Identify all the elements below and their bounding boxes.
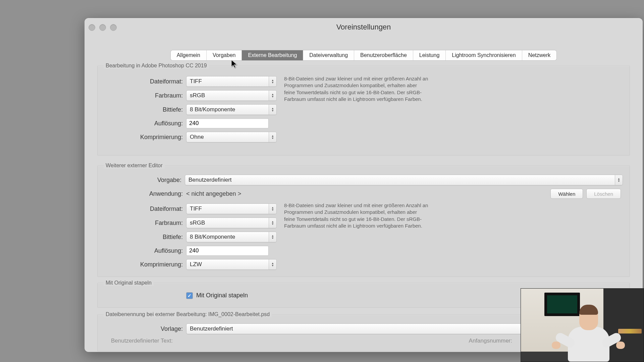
tab-bar: AllgemeinVorgabenExterne BearbeitungDate… [85,50,643,60]
resolution-label: Auflösung: [104,247,186,254]
compression-select[interactable]: Ohne▲▼ [186,132,277,142]
section-legend: Bearbeitung in Adobe Photoshop CC 2019 [104,63,209,69]
fileformat-label: Dateiformat: [104,78,186,85]
tab-vorgaben[interactable]: Vorgaben [207,50,242,60]
resolution-input[interactable] [186,246,269,256]
application-label: Anwendung: [104,190,186,197]
bitdepth-select[interactable]: 8 Bit/Komponente▲▼ [186,104,277,115]
tab-allgemein[interactable]: Allgemein [171,50,207,60]
tab-benutzeroberfläche[interactable]: Benutzeroberfläche [354,50,413,60]
template-label: Vorlage: [104,325,186,333]
custom-text-label: Benutzerdefinierter Text: [111,338,173,344]
help-text: 8-Bit-Dateien sind zwar kleiner und mit … [284,75,428,103]
tab-netzwerk[interactable]: Netzwerk [522,50,557,60]
compression-label: Komprimierung: [104,134,186,141]
choose-button[interactable]: Wählen [550,189,583,199]
fileformat-select[interactable]: TIFF▲▼ [186,76,277,87]
resolution-input[interactable] [186,118,269,128]
updown-icon: ▲▼ [269,218,276,228]
start-number-label: Anfangsnummer: [469,338,512,344]
preset-select[interactable]: Benutzerdefiniert▲▼ [185,175,623,185]
section-external-editor: Weiterer externer Editor Vorgabe: Benutz… [97,166,630,277]
tab-externe-bearbeitung[interactable]: Externe Bearbeitung [242,50,303,60]
section-legend: Weiterer externer Editor [104,163,165,169]
updown-icon: ▲▼ [269,132,276,142]
bitdepth-label: Bittiefe: [104,234,186,241]
updown-icon: ▲▼ [269,232,276,242]
fileformat-label: Dateiformat: [104,205,186,213]
section-legend: Mit Original stapeln [104,280,154,286]
titlebar: Voreinstellungen [85,18,643,39]
bitdepth-label: Bittiefe: [104,106,186,113]
resolution-label: Auflösung: [104,120,186,127]
fileformat-select[interactable]: TIFF▲▼ [186,203,277,214]
compression-select[interactable]: LZW▲▼ [186,259,277,270]
stack-checkbox-label: Mit Original stapeln [196,292,248,299]
updown-icon: ▲▼ [269,105,276,115]
stack-checkbox[interactable]: ✓ [186,292,193,299]
application-value: < nicht angegeben > [186,190,241,197]
updown-icon: ▲▼ [615,175,623,185]
bitdepth-select[interactable]: 8 Bit/Komponente▲▼ [186,232,277,242]
colorspace-select[interactable]: sRGB▲▼ [186,90,277,101]
section-photoshop-editing: Bearbeitung in Adobe Photoshop CC 2019 D… [97,66,630,156]
tab-leistung[interactable]: Leistung [413,50,446,60]
template-select[interactable]: Benutzerdefiniert▲▼ [186,323,535,334]
colorspace-label: Farbraum: [104,220,186,227]
help-text: 8-Bit-Dateien sind zwar kleiner und mit … [284,202,428,229]
updown-icon: ▲▼ [269,259,276,269]
preset-label: Vorgabe: [104,177,185,184]
tab-dateiverwaltung[interactable]: Dateiverwaltung [303,50,354,60]
colorspace-select[interactable]: sRGB▲▼ [186,218,277,228]
window-title: Voreinstellungen [85,23,643,32]
colorspace-label: Farbraum: [104,92,186,99]
updown-icon: ▲▼ [269,76,276,86]
section-legend: Dateibenennung bei externer Bearbeitung:… [104,311,272,317]
webcam-overlay [521,288,644,362]
updown-icon: ▲▼ [269,204,276,214]
updown-icon: ▲▼ [269,90,276,101]
compression-label: Komprimierung: [104,261,186,268]
clear-button[interactable]: Löschen [586,189,621,199]
tab-lightroom-synchronisieren[interactable]: Lightroom Synchronisieren [446,50,522,60]
